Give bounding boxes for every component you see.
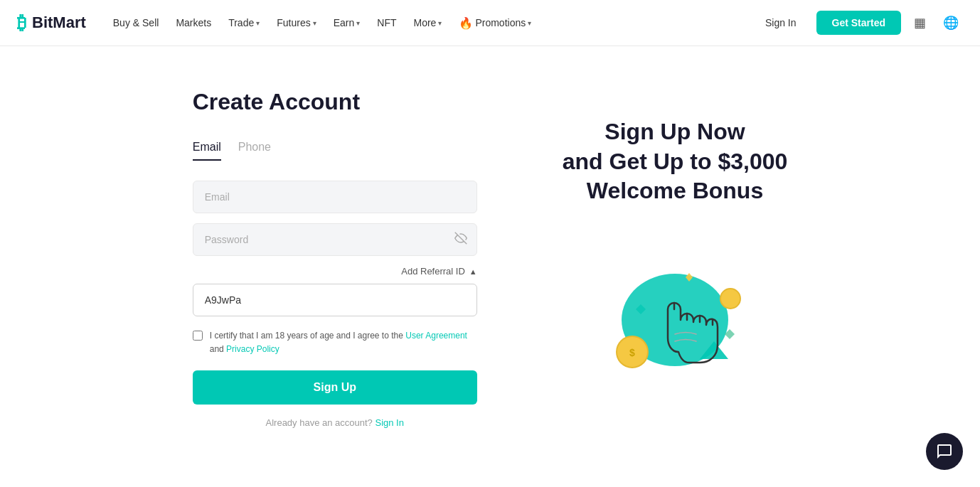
globe-icon[interactable]: 🌐	[939, 11, 963, 35]
navbar: ₿ BitMart Buy & Sell Markets Trade ▾ Fut…	[0, 0, 980, 46]
nav-markets[interactable]: Markets	[169, 11, 218, 34]
chat-button[interactable]	[926, 433, 963, 470]
fire-icon: 🔥	[459, 16, 473, 30]
logo-icon: ₿	[17, 12, 26, 34]
sign-in-link[interactable]: Sign In	[375, 417, 403, 428]
terms-checkbox[interactable]	[193, 331, 203, 341]
chevron-down-icon: ▾	[438, 19, 442, 27]
nav-trade[interactable]: Trade ▾	[221, 11, 267, 34]
nav-links: Buy & Sell Markets Trade ▾ Futures ▾ Ear…	[106, 11, 538, 36]
nav-more[interactable]: More ▾	[407, 11, 449, 34]
sign-in-button[interactable]: Sign In	[754, 11, 808, 34]
password-input[interactable]	[193, 223, 477, 256]
tab-phone[interactable]: Phone	[238, 135, 271, 161]
already-account-text: Already have an account? Sign In	[193, 417, 477, 428]
chevron-down-icon: ▾	[313, 19, 316, 27]
welcome-illustration: $	[575, 228, 774, 384]
referral-input[interactable]	[193, 284, 477, 316]
privacy-policy-link[interactable]: Privacy Policy	[226, 344, 279, 354]
email-input[interactable]	[193, 181, 477, 213]
promo-side: Sign Up Now and Get Up to $3,000 Welcome…	[563, 89, 788, 384]
signup-button[interactable]: Sign Up	[193, 370, 477, 405]
logo-text: BitMart	[32, 14, 86, 32]
nav-nft[interactable]: NFT	[370, 11, 403, 34]
nav-right: Sign In Get Started ▦ 🌐	[754, 11, 963, 35]
password-wrapper	[193, 223, 477, 256]
logo[interactable]: ₿ BitMart	[17, 12, 86, 34]
main-content: Create Account Email Phone Add Referral …	[0, 46, 980, 487]
page-title: Create Account	[193, 89, 477, 115]
nav-promotions[interactable]: 🔥 Promotions ▾	[452, 11, 538, 36]
terms-row: I certify that I am 18 years of age and …	[193, 329, 477, 356]
svg-text:$: $	[629, 347, 635, 358]
tab-group: Email Phone	[193, 135, 477, 161]
nav-earn[interactable]: Earn ▾	[326, 11, 368, 34]
get-started-button[interactable]: Get Started	[816, 11, 901, 35]
nav-buy-sell[interactable]: Buy & Sell	[106, 11, 166, 34]
svg-point-5	[720, 289, 740, 309]
chevron-down-icon: ▾	[356, 19, 360, 27]
eye-icon[interactable]	[454, 232, 467, 247]
user-agreement-link[interactable]: User Agreement	[405, 331, 467, 341]
form-side: Create Account Email Phone Add Referral …	[193, 89, 477, 428]
qr-icon[interactable]: ▦	[910, 11, 930, 35]
chevron-up-icon: ▲	[469, 267, 477, 276]
nav-futures[interactable]: Futures ▾	[270, 11, 323, 34]
promo-title: Sign Up Now and Get Up to $3,000 Welcome…	[563, 117, 788, 206]
tab-email[interactable]: Email	[193, 135, 221, 161]
nav-left: ₿ BitMart Buy & Sell Markets Trade ▾ Fut…	[17, 11, 538, 36]
chevron-down-icon: ▾	[528, 19, 531, 27]
chevron-down-icon: ▾	[256, 19, 260, 27]
referral-toggle[interactable]: Add Referral ID ▲	[193, 266, 477, 277]
